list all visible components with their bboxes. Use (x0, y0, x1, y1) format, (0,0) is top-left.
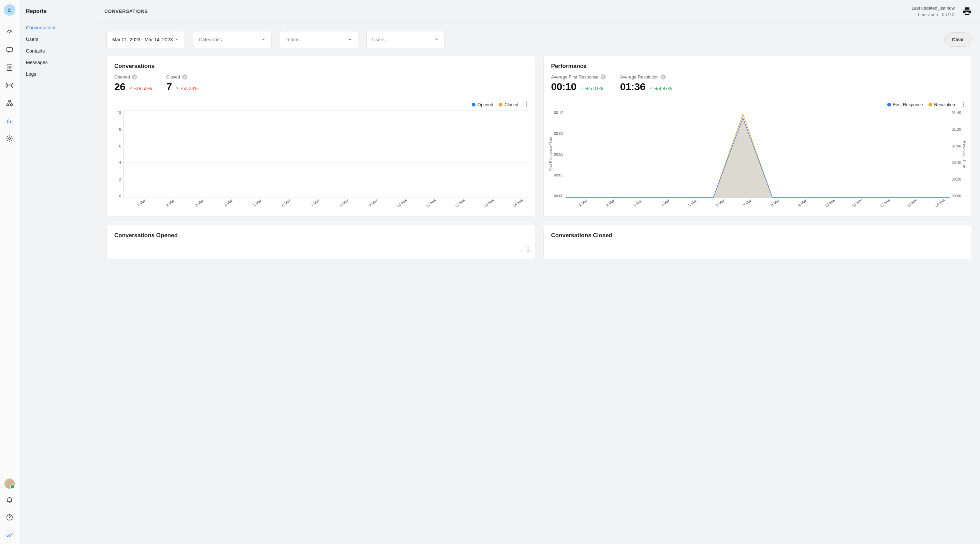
sidebar-item-conversations[interactable]: Conversations (26, 22, 98, 34)
opened-label: Opened (114, 74, 130, 80)
chevron-down-icon (261, 37, 266, 43)
filter-row: Mar 01, 2023 - Mar 14, 2023 Categories T… (107, 31, 972, 48)
ares-value: 01:36 (620, 81, 645, 93)
sidebar-item-logs[interactable]: Logs (26, 68, 98, 80)
closed-delta: -53.33% (175, 86, 199, 91)
chevron-down-icon (348, 37, 352, 43)
users-filter[interactable]: Users (366, 31, 445, 48)
double-check-icon[interactable] (3, 528, 16, 542)
svg-point-19 (527, 250, 528, 252)
empty-value: - (520, 247, 522, 253)
clear-button[interactable]: Clear (944, 32, 972, 47)
nav-rail: C (0, 0, 19, 544)
header-meta: Last updated just now Time Zone - 0 UTC (912, 5, 955, 18)
sidebar-title: Reports (26, 8, 98, 14)
page-title: CONVERSATIONS (104, 8, 148, 14)
conversations-card: Conversations Opened ? 26 (107, 56, 535, 217)
chevron-down-icon (434, 37, 439, 43)
svg-point-14 (963, 101, 964, 102)
last-updated-text: Last updated just now (912, 5, 955, 11)
workspace-avatar[interactable]: C (4, 4, 15, 16)
performance-card-title: Performance (551, 63, 964, 70)
conversations-closed-title: Conversations Closed (551, 232, 964, 239)
help-icon[interactable] (3, 510, 16, 524)
conversations-opened-title: Conversations Opened (114, 232, 527, 239)
teams-placeholder: Teams (285, 37, 299, 42)
performance-card: Performance Average First Response ? 00:… (543, 56, 972, 217)
arrow-down-icon (649, 86, 653, 91)
svg-point-16 (963, 105, 964, 107)
conversations-card-title: Conversations (114, 63, 527, 70)
categories-filter[interactable]: Categories (193, 31, 272, 48)
svg-point-3 (8, 66, 10, 68)
arrow-down-icon (175, 86, 180, 91)
conversations-bar-chart: 1086420 (113, 110, 529, 198)
legend-resolution: Resolution (929, 102, 955, 107)
svg-point-12 (526, 104, 527, 104)
sidebar-item-users[interactable]: Users (26, 34, 98, 45)
svg-point-11 (526, 101, 527, 102)
current-user-avatar[interactable] (5, 479, 15, 489)
users-placeholder: Users (372, 37, 385, 42)
chevron-down-icon (174, 37, 179, 43)
sidebar-item-contacts[interactable]: Contacts (26, 45, 98, 57)
opened-delta: -39.53% (129, 86, 152, 91)
date-range-picker[interactable]: Mar 01, 2023 - Mar 14, 2023 (107, 31, 185, 48)
legend-first-response: First Response (887, 102, 923, 107)
conversations-opened-card: Conversations Opened - (107, 225, 535, 259)
arrow-down-icon (129, 86, 133, 91)
legend-closed: Closed (499, 102, 518, 107)
messages-icon[interactable] (3, 43, 16, 57)
help-icon[interactable]: ? (132, 74, 137, 80)
settings-icon[interactable] (3, 132, 16, 145)
help-icon[interactable]: ? (182, 74, 187, 80)
svg-point-0 (9, 32, 10, 33)
notifications-icon[interactable] (3, 493, 16, 506)
org-icon[interactable] (3, 96, 16, 110)
reports-icon[interactable] (3, 114, 16, 128)
svg-rect-5 (8, 101, 11, 102)
timezone-text: Time Zone - 0 UTC (912, 11, 955, 18)
topbar: CONVERSATIONS Last updated just now Time… (98, 0, 980, 22)
svg-point-4 (9, 85, 10, 86)
date-range-value: Mar 01, 2023 - Mar 14, 2023 (112, 37, 173, 42)
chart-menu-icon[interactable] (524, 101, 527, 108)
svg-point-8 (8, 137, 11, 140)
sidebar-item-messages[interactable]: Messages (26, 57, 98, 68)
performance-line-chart: 00:1200:0900:0600:0300:00 01:4001:2001:0… (550, 110, 966, 198)
contacts-icon[interactable] (3, 61, 16, 74)
help-icon[interactable]: ? (601, 74, 606, 80)
svg-point-15 (963, 104, 964, 104)
chart-menu-icon[interactable] (961, 101, 964, 108)
arrow-down-icon (580, 86, 584, 91)
broadcast-icon[interactable] (3, 78, 16, 92)
svg-point-10 (9, 519, 10, 519)
ares-label: Average Resolution (620, 74, 659, 80)
svg-point-13 (526, 105, 527, 107)
svg-rect-1 (6, 48, 12, 51)
dashboard-icon[interactable] (3, 25, 16, 39)
print-icon[interactable] (962, 6, 972, 17)
afr-value: 00:10 (551, 81, 576, 93)
svg-point-18 (527, 249, 528, 249)
afr-label: Average First Response (551, 74, 599, 80)
svg-rect-6 (6, 104, 8, 106)
help-icon[interactable]: ? (661, 74, 666, 80)
svg-point-17 (527, 246, 528, 247)
closed-value: 7 (167, 81, 172, 93)
afr-delta: -85.01% (580, 86, 603, 91)
chart-menu-icon[interactable] (527, 246, 529, 253)
closed-label: Closed (167, 74, 180, 80)
teams-filter[interactable]: Teams (280, 31, 358, 48)
sidebar: Reports Conversations Users Contacts Mes… (19, 0, 98, 544)
ares-delta: -99.97% (649, 86, 672, 91)
categories-placeholder: Categories (199, 37, 222, 42)
svg-rect-7 (10, 104, 12, 106)
legend-opened: Opened (472, 102, 493, 107)
opened-value: 26 (114, 81, 125, 93)
conversations-closed-card: Conversations Closed (543, 225, 972, 259)
